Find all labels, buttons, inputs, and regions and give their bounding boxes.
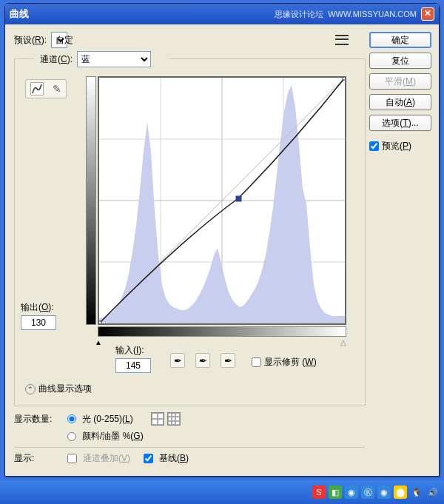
- preset-select[interactable]: [51, 32, 67, 48]
- curve-fieldset: 通道(C): 蓝 ✎: [14, 58, 366, 406]
- reset-button[interactable]: 复位: [369, 53, 431, 69]
- show-clipping-label: 显示修剪 (W): [264, 356, 317, 369]
- preview-label: 预览(P): [382, 140, 411, 152]
- gray-eyedropper-icon[interactable]: ✒: [195, 353, 210, 368]
- close-icon[interactable]: ✕: [421, 7, 434, 21]
- tray-icon-yellow[interactable]: ⬤: [394, 485, 407, 499]
- tray-icon-round3[interactable]: ◉: [377, 485, 391, 499]
- svg-rect-9: [343, 78, 345, 80]
- input-gradient: [98, 326, 346, 337]
- tray-icon-volume[interactable]: 🔊: [426, 485, 440, 499]
- tray-icon-qq[interactable]: 🐧: [410, 485, 423, 499]
- white-point-slider[interactable]: △: [340, 338, 346, 346]
- light-radio-label: 光 (0-255)(L): [82, 413, 133, 426]
- show-label: 显示:: [14, 452, 61, 465]
- grid-coarse-icon[interactable]: [151, 412, 164, 426]
- preset-label: 预设(R):: [14, 34, 47, 47]
- output-field: 输出(O):: [21, 301, 56, 330]
- black-eyedropper-icon[interactable]: ✒: [170, 353, 185, 368]
- svg-rect-7: [99, 321, 101, 323]
- watermark-forum: 思缘设计论坛: [275, 9, 323, 20]
- input-input[interactable]: [115, 358, 151, 373]
- channel-label: 通道(C):: [40, 53, 73, 66]
- curve-tool-icon[interactable]: [30, 82, 44, 95]
- curve-graph[interactable]: [98, 76, 346, 325]
- channel-overlay-checkbox[interactable]: [67, 454, 77, 463]
- preset-menu-icon[interactable]: [335, 35, 349, 45]
- pencil-tool-icon[interactable]: ✎: [53, 83, 61, 95]
- light-radio[interactable]: [67, 414, 76, 423]
- show-clipping-checkbox[interactable]: [252, 357, 261, 367]
- eyedropper-group: ✒ ✒ ✒: [170, 353, 235, 368]
- taskbar[interactable]: S ◧ ◉ Ⓚ ◉ ⬤ 🐧 🔊: [0, 480, 444, 504]
- show-quantity-label: 显示数量:: [14, 413, 61, 426]
- collapse-toggle-icon[interactable]: ⌃: [25, 384, 36, 394]
- curves-dialog: 曲线 思缘设计论坛 WWW.MISSYUAN.COM ✕ 预设(R): 自定 通…: [4, 3, 440, 477]
- display-options-label: 曲线显示选项: [38, 383, 92, 395]
- button-panel: 确定 复位 平滑(M) 自动(A) 选项(T)... 预览(P): [369, 32, 431, 152]
- ok-button[interactable]: 确定: [369, 32, 431, 48]
- sogou-tray-icon[interactable]: S: [312, 485, 326, 499]
- channel-select[interactable]: [77, 51, 151, 67]
- ink-radio[interactable]: [67, 432, 76, 441]
- black-point-slider[interactable]: ▲: [95, 338, 102, 346]
- display-options-panel: 显示数量: 光 (0-255)(L) 颜料/油墨 %(G) 显示: 通道叠加(V…: [14, 412, 365, 469]
- input-field: 输入(I):: [115, 344, 151, 373]
- baseline-checkbox[interactable]: [144, 454, 153, 463]
- ink-radio-label: 颜料/油墨 %(G): [82, 430, 144, 443]
- tray-icon-round1[interactable]: ◉: [345, 485, 358, 499]
- title-bar[interactable]: 曲线 思缘设计论坛 WWW.MISSYUAN.COM ✕: [5, 4, 439, 24]
- preview-checkbox[interactable]: [369, 141, 379, 151]
- output-input[interactable]: [21, 315, 56, 330]
- white-eyedropper-icon[interactable]: ✒: [221, 353, 235, 368]
- options-button[interactable]: 选项(T)...: [369, 115, 431, 131]
- channel-overlay-label: 通道叠加(V): [83, 452, 130, 465]
- svg-rect-8: [236, 196, 241, 201]
- baseline-label: 基线(B): [159, 452, 189, 465]
- auto-button[interactable]: 自动(A): [369, 94, 431, 110]
- output-gradient: [86, 76, 96, 325]
- watermark-url: WWW.MISSYUAN.COM: [328, 10, 417, 19]
- tray-icon-k[interactable]: Ⓚ: [361, 485, 374, 499]
- smooth-button[interactable]: 平滑(M): [369, 73, 431, 90]
- curve-tool-group: ✎: [25, 79, 67, 98]
- tray-icon-green[interactable]: ◧: [329, 485, 342, 499]
- grid-fine-icon[interactable]: [167, 412, 181, 426]
- window-title: 曲线: [10, 7, 275, 21]
